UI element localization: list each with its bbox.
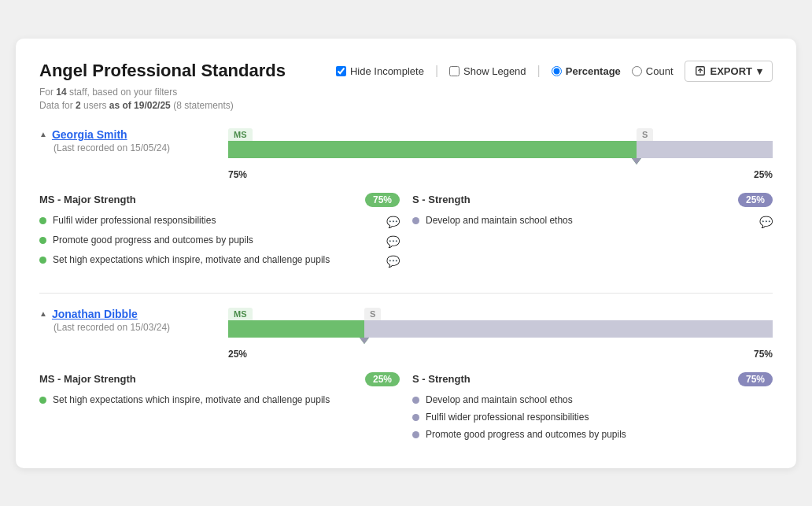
status-dot bbox=[412, 217, 419, 224]
bar-area: MS S 25% 75 bbox=[228, 308, 773, 360]
detail-items: Fulfil wider professional responsibiliti… bbox=[39, 215, 400, 268]
detail-card: MS - Major Strength 75% Fulfil wider pro… bbox=[39, 193, 400, 274]
detail-card: S - Strength 75% Develop and maintain sc… bbox=[412, 372, 773, 446]
detail-badge: 75% bbox=[365, 193, 400, 207]
show-legend-checkbox[interactable] bbox=[449, 66, 460, 76]
bar-s-pointer bbox=[632, 158, 641, 164]
chat-icon[interactable]: 💬 bbox=[386, 255, 400, 268]
s-pct-text: 25% bbox=[637, 169, 773, 180]
bar-label-s: S bbox=[637, 128, 653, 141]
list-item: Develop and maintain school ethos 💬 bbox=[412, 215, 773, 228]
chat-icon[interactable]: 💬 bbox=[386, 235, 400, 248]
bar-label-s: S bbox=[364, 308, 381, 320]
ms-pct-text: 25% bbox=[228, 349, 364, 360]
person-toggle: ▲ Jonathan Dibble bbox=[39, 308, 212, 320]
bar-label-ms: MS bbox=[228, 308, 253, 320]
item-text: Set high expectations which inspire, mot… bbox=[53, 254, 330, 265]
item-left: Fulfil wider professional responsibiliti… bbox=[39, 215, 216, 226]
detail-grid: MS - Major Strength 75% Fulfil wider pro… bbox=[39, 193, 773, 274]
bar-ms bbox=[228, 320, 364, 338]
detail-card: S - Strength 25% Develop and maintain sc… bbox=[412, 193, 773, 274]
collapse-chevron[interactable]: ▲ bbox=[39, 309, 47, 318]
detail-items: Develop and maintain school ethos Fulfil… bbox=[412, 394, 773, 440]
detail-title: MS - Major Strength bbox=[39, 373, 136, 385]
detail-header: MS - Major Strength 75% bbox=[39, 193, 400, 207]
list-item: Fulfil wider professional responsibiliti… bbox=[412, 412, 773, 423]
chat-icon[interactable]: 💬 bbox=[386, 216, 400, 228]
person-header: ▲ Georgia Smith (Last recorded on 15/05/… bbox=[39, 128, 773, 180]
detail-badge: 25% bbox=[365, 372, 400, 386]
export-button[interactable]: EXPORT ▾ bbox=[685, 61, 773, 82]
person-section: ▲ Georgia Smith (Last recorded on 15/05/… bbox=[39, 128, 773, 274]
bar-percentages: 75% 25% bbox=[228, 169, 773, 180]
header-row: Angel Professional Standards Hide Incomp… bbox=[39, 61, 773, 82]
export-icon bbox=[695, 65, 706, 76]
bar-percentages: 25% 75% bbox=[228, 349, 773, 360]
list-item: Set high expectations which inspire, mot… bbox=[39, 394, 400, 405]
item-text: Fulfil wider professional responsibiliti… bbox=[426, 412, 589, 423]
people-container: ▲ Georgia Smith (Last recorded on 15/05/… bbox=[39, 128, 773, 446]
detail-badge: 75% bbox=[738, 372, 773, 386]
person-header: ▲ Jonathan Dibble (Last recorded on 15/0… bbox=[39, 308, 773, 360]
progress-bar bbox=[228, 320, 773, 338]
item-text: Fulfil wider professional responsibiliti… bbox=[53, 215, 216, 226]
section-divider bbox=[39, 293, 773, 294]
percentage-label[interactable]: Percentage bbox=[552, 65, 621, 77]
divider-1: | bbox=[435, 64, 438, 78]
detail-header: S - Strength 75% bbox=[412, 372, 773, 386]
bar-top-row: MS S bbox=[228, 128, 773, 141]
status-dot bbox=[412, 397, 419, 404]
bar-s-pointer bbox=[360, 338, 369, 344]
item-text: Develop and maintain school ethos bbox=[426, 215, 573, 226]
person-section: ▲ Jonathan Dibble (Last recorded on 15/0… bbox=[39, 293, 773, 446]
hide-incomplete-label[interactable]: Hide Incomplete bbox=[336, 65, 424, 77]
person-info: ▲ Georgia Smith (Last recorded on 15/05/… bbox=[39, 128, 212, 153]
person-toggle: ▲ Georgia Smith bbox=[39, 128, 212, 141]
page-title: Angel Professional Standards bbox=[39, 61, 286, 81]
chat-icon[interactable]: 💬 bbox=[759, 216, 773, 228]
item-text: Develop and maintain school ethos bbox=[426, 394, 573, 405]
list-item: Set high expectations which inspire, mot… bbox=[39, 254, 400, 268]
hide-incomplete-checkbox[interactable] bbox=[336, 66, 346, 76]
show-legend-label[interactable]: Show Legend bbox=[449, 65, 526, 77]
person-name[interactable]: Georgia Smith bbox=[52, 128, 127, 141]
status-dot bbox=[39, 257, 46, 264]
s-pct-text: 75% bbox=[364, 349, 773, 360]
item-left: Develop and maintain school ethos bbox=[412, 215, 573, 226]
item-left: Set high expectations which inspire, mot… bbox=[39, 254, 330, 265]
bar-s bbox=[637, 141, 773, 158]
status-dot bbox=[39, 237, 46, 244]
main-card: Angel Professional Standards Hide Incomp… bbox=[16, 39, 796, 468]
percentage-radio[interactable] bbox=[552, 66, 562, 76]
status-dot bbox=[39, 217, 46, 224]
detail-title: S - Strength bbox=[412, 373, 471, 385]
detail-header: S - Strength 25% bbox=[412, 193, 773, 207]
status-dot bbox=[412, 414, 419, 421]
list-item: Fulfil wider professional responsibiliti… bbox=[39, 215, 400, 228]
collapse-chevron[interactable]: ▲ bbox=[39, 130, 47, 139]
ms-pct-text: 75% bbox=[228, 169, 637, 180]
chevron-down-icon: ▾ bbox=[757, 65, 762, 77]
item-left: Set high expectations which inspire, mot… bbox=[39, 394, 330, 405]
person-name[interactable]: Jonathan Dibble bbox=[52, 308, 138, 320]
detail-header: MS - Major Strength 25% bbox=[39, 372, 400, 386]
detail-grid: MS - Major Strength 25% Set high expecta… bbox=[39, 372, 773, 446]
detail-card: MS - Major Strength 25% Set high expecta… bbox=[39, 372, 400, 446]
subtitle-data: Data for 2 users as of 19/02/25 (8 state… bbox=[39, 100, 773, 111]
list-item: Promote good progress and outcomes by pu… bbox=[412, 429, 773, 440]
count-radio[interactable] bbox=[632, 66, 642, 76]
count-label[interactable]: Count bbox=[632, 65, 674, 77]
item-left: Promote good progress and outcomes by pu… bbox=[412, 429, 626, 440]
divider-2: | bbox=[537, 64, 541, 78]
person-date: (Last recorded on 15/05/24) bbox=[54, 142, 212, 153]
bar-top-row: MS S bbox=[228, 308, 773, 320]
item-text: Set high expectations which inspire, mot… bbox=[53, 394, 330, 405]
detail-items: Set high expectations which inspire, mot… bbox=[39, 394, 400, 405]
item-text: Promote good progress and outcomes by pu… bbox=[426, 429, 626, 440]
status-dot bbox=[39, 397, 46, 404]
detail-items: Develop and maintain school ethos 💬 bbox=[412, 215, 773, 228]
item-left: Develop and maintain school ethos bbox=[412, 394, 573, 405]
subtitle-staff: For 14 staff, based on your filters bbox=[39, 87, 773, 98]
detail-badge: 25% bbox=[738, 193, 773, 207]
item-left: Fulfil wider professional responsibiliti… bbox=[412, 412, 589, 423]
